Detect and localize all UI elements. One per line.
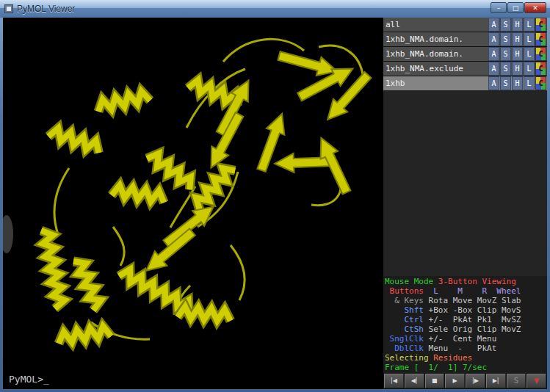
- object-actions: A S H L C: [488, 62, 547, 76]
- mouse-row-values: +/- PkAt Pk1 MvSZ: [424, 315, 521, 324]
- object-actions: A S H L C: [488, 18, 547, 32]
- maximize-button[interactable]: □: [507, 2, 524, 13]
- mouse-row-label: Shft: [385, 305, 424, 315]
- mouse-row-ctrl: Ctrl +/- PkAt Pk1 MvSZ: [385, 315, 547, 324]
- close-button[interactable]: ✕: [524, 2, 546, 13]
- object-actions: A S H L C: [488, 47, 547, 61]
- object-name-button[interactable]: 1xhb_NMA.exclude: [383, 62, 488, 76]
- close-icon: ✕: [532, 4, 538, 12]
- object-actions: A S H L C: [488, 32, 547, 46]
- object-name-button[interactable]: 1xhb_NMA.domain.: [383, 32, 488, 46]
- action-menu-button[interactable]: A: [488, 62, 499, 76]
- movie-controls: |◀ ◀| ■ ▶ |▶ ▶| S ▼: [383, 373, 547, 389]
- movie-menu-button[interactable]: ▼: [527, 374, 546, 388]
- object-name-button[interactable]: 1xhb_NMA.domain.: [383, 47, 488, 61]
- mouse-mode-label: Mouse Mode: [385, 277, 433, 286]
- color-menu-button[interactable]: C: [535, 62, 546, 76]
- label-menu-button[interactable]: L: [524, 32, 535, 46]
- hide-menu-button[interactable]: H: [512, 76, 523, 90]
- object-actions: A S H L C: [488, 76, 547, 90]
- mouse-mode-panel: Mouse Mode 3-Button Viewing Buttons L M …: [383, 276, 547, 373]
- show-menu-button[interactable]: S: [500, 62, 511, 76]
- mouse-row-values: Menu - PkAt: [424, 344, 496, 353]
- selecting-label: Selecting: [385, 353, 433, 363]
- hide-menu-button[interactable]: H: [512, 62, 523, 76]
- show-menu-button[interactable]: S: [500, 32, 511, 46]
- object-name-button[interactable]: all: [383, 18, 488, 32]
- show-menu-button[interactable]: S: [500, 18, 511, 32]
- object-row: 1xhb_NMA.domain. A S H L C: [383, 32, 547, 46]
- action-menu-button[interactable]: A: [488, 32, 499, 46]
- mouse-row-ctsh: CtSh Sele Orig Clip MovZ: [385, 324, 547, 334]
- mouse-mode-value: 3-Button Viewing: [433, 277, 516, 286]
- mouse-row-keys: & Keys Rota Move MovZ Slab: [385, 296, 547, 305]
- mouse-row-values: Sele Orig Clip MovZ: [424, 324, 521, 334]
- object-row: all A S H L C: [383, 18, 547, 32]
- client-area: PyMOL>_ all A S H L C 1xhb_NMA.domain.: [3, 18, 547, 389]
- label-menu-button[interactable]: L: [524, 76, 535, 90]
- mouse-row-values: L M R Wheel: [424, 286, 521, 296]
- viewport[interactable]: PyMOL>_: [3, 18, 382, 389]
- window-controls: – □ ✕: [491, 2, 546, 13]
- hide-menu-button[interactable]: H: [512, 47, 523, 61]
- minimize-icon: –: [497, 4, 501, 12]
- control-panel: all A S H L C 1xhb_NMA.domain. A S H: [382, 18, 547, 389]
- app-icon: [4, 4, 13, 13]
- hide-menu-button[interactable]: H: [512, 18, 523, 32]
- command-prompt[interactable]: PyMOL>_: [9, 374, 49, 385]
- frame-indicator: Frame [ 1/ 1] 7/sec: [385, 363, 547, 372]
- mouse-row-values: +/- Cent Menu: [424, 334, 496, 344]
- mouse-row-values: +Box -Box Clip MovS: [424, 305, 521, 315]
- color-menu-button[interactable]: C: [535, 76, 546, 90]
- play-button[interactable]: ▶: [445, 374, 465, 388]
- window-title: PyMOL Viewer: [17, 4, 75, 14]
- minimize-button[interactable]: –: [491, 2, 507, 13]
- mouse-row-doubleclick: DblClk Menu - PkAt: [385, 344, 547, 353]
- next-frame-button[interactable]: |▶: [466, 374, 485, 388]
- frame-text: Frame [ 1/ 1] 7/sec: [385, 363, 487, 372]
- color-menu-button[interactable]: C: [535, 32, 546, 46]
- color-menu-button[interactable]: C: [535, 47, 546, 61]
- color-menu-button[interactable]: C: [535, 18, 546, 32]
- mouse-row-label: Buttons: [385, 286, 424, 296]
- protein-structure: [3, 18, 382, 389]
- mouse-row-label: Ctrl: [385, 315, 424, 324]
- object-row: 1xhb_NMA.exclude A S H L C: [383, 62, 547, 76]
- selecting-toggle[interactable]: Selecting Residues: [385, 353, 547, 363]
- previous-frame-button[interactable]: ◀|: [405, 374, 424, 388]
- mouse-row-shift: Shft +Box -Box Clip MovS: [385, 305, 547, 315]
- end-button[interactable]: ▶|: [486, 374, 506, 388]
- mouse-row-label: & Keys: [385, 296, 424, 305]
- action-menu-button[interactable]: A: [488, 18, 499, 32]
- panel-spacer: [383, 90, 547, 276]
- selecting-value: Residues: [433, 353, 472, 363]
- mouse-row-label: CtSh: [385, 324, 424, 334]
- mouse-row-label: SnglClk: [385, 334, 424, 344]
- mouse-row-singleclick: SnglClk +/- Cent Menu: [385, 334, 547, 344]
- object-list: all A S H L C 1xhb_NMA.domain. A S H: [383, 18, 547, 90]
- mouse-row-values: Rota Move MovZ Slab: [424, 296, 521, 305]
- mouse-row-label: DblClk: [385, 344, 424, 353]
- object-row: 1xhb A S H L C: [383, 76, 547, 90]
- rewind-button[interactable]: |◀: [384, 374, 404, 388]
- scene-button[interactable]: S: [507, 374, 527, 388]
- action-menu-button[interactable]: A: [488, 47, 499, 61]
- action-menu-button[interactable]: A: [488, 76, 499, 90]
- title-bar[interactable]: PyMOL Viewer – □ ✕: [0, 0, 550, 18]
- pymol-window: PyMOL Viewer – □ ✕: [0, 0, 550, 392]
- label-menu-button[interactable]: L: [524, 62, 535, 76]
- hide-menu-button[interactable]: H: [512, 32, 523, 46]
- label-menu-button[interactable]: L: [524, 47, 535, 61]
- maximize-icon: □: [513, 4, 519, 12]
- show-menu-button[interactable]: S: [500, 76, 511, 90]
- stop-button[interactable]: ■: [425, 374, 445, 388]
- mouse-mode-title[interactable]: Mouse Mode 3-Button Viewing: [385, 277, 547, 286]
- label-menu-button[interactable]: L: [524, 18, 535, 32]
- mouse-row-buttons: Buttons L M R Wheel: [385, 286, 547, 296]
- show-menu-button[interactable]: S: [500, 47, 511, 61]
- object-name-button[interactable]: 1xhb: [383, 76, 488, 90]
- object-row: 1xhb_NMA.domain. A S H L C: [383, 47, 547, 61]
